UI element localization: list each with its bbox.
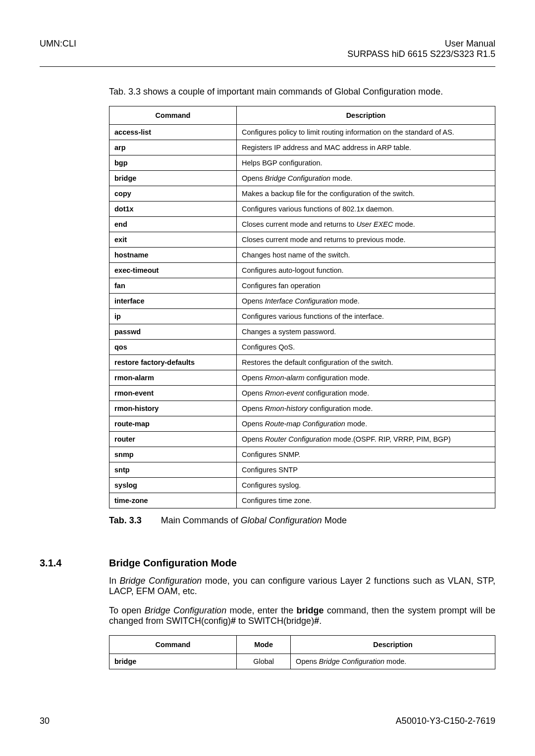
desc-cell: Configures various functions of 802.1x d… xyxy=(237,202,495,217)
desc-cell: Opens Bridge Configuration mode. xyxy=(237,171,495,186)
table-row: copyMakes a backup file for the configur… xyxy=(109,186,495,202)
desc-cell: Configures SNTP xyxy=(237,462,495,478)
p1-pre: In xyxy=(109,576,120,586)
mode-cell: Global xyxy=(237,654,291,669)
table-row: bridgeGlobalOpens Bridge Configuration m… xyxy=(109,654,495,669)
caption-text-post: Mode xyxy=(322,515,347,525)
desc-cell: Closes current mode and returns to User … xyxy=(237,217,495,232)
table-row: snmpConfigures SNMP. xyxy=(109,447,495,462)
p2-em: Bridge Configuration xyxy=(145,605,226,615)
desc-cell: Changes host name of the switch. xyxy=(237,248,495,263)
table-row: passwdChanges a system password. xyxy=(109,324,495,340)
cmd-cell: rmon-event xyxy=(109,386,237,401)
table-row: rmon-eventOpens Rmon-event configuration… xyxy=(109,386,495,401)
table-row: restore factory-defaultsRestores the def… xyxy=(109,355,495,370)
table-row: route-mapOpens Route-map Configuration m… xyxy=(109,416,495,432)
table-row: qosConfigures QoS. xyxy=(109,340,495,355)
table-row: fanConfigures fan operation xyxy=(109,278,495,294)
header-left: UMN:CLI xyxy=(40,39,76,59)
p2-mid: mode, enter the xyxy=(226,605,296,615)
desc-cell: Configures various functions of the inte… xyxy=(237,309,495,324)
cmd-cell: qos xyxy=(109,340,237,355)
table-row: ipConfigures various functions of the in… xyxy=(109,309,495,324)
cmd-cell: bridge xyxy=(109,654,237,669)
p2-post2: to SWITCH(bridge) xyxy=(236,616,314,626)
cmd-cell: restore factory-defaults xyxy=(109,355,237,370)
header-divider xyxy=(40,66,495,67)
p2-b2: # xyxy=(231,616,236,626)
section-heading: 3.1.4 Bridge Configuration Mode xyxy=(109,557,495,569)
desc-cell: Configures QoS. xyxy=(237,340,495,355)
desc-cell: Configures SNMP. xyxy=(237,447,495,462)
table-row: rmon-historyOpens Rmon-history configura… xyxy=(109,401,495,416)
cmd-cell: rmon-alarm xyxy=(109,370,237,386)
desc-cell: Opens Rmon-alarm configuration mode. xyxy=(237,370,495,386)
desc-cell: Opens Rmon-history configuration mode. xyxy=(237,401,495,416)
cmd-cell: route-map xyxy=(109,416,237,432)
bridge-command-table: Command Mode Description bridgeGlobalOpe… xyxy=(109,635,495,669)
cmd-cell: sntp xyxy=(109,462,237,478)
cmd-cell: dot1x xyxy=(109,202,237,217)
header-right-line1: User Manual xyxy=(347,39,495,49)
doc-id: A50010-Y3-C150-2-7619 xyxy=(396,716,495,726)
desc-cell: Helps BGP configuration. xyxy=(237,155,495,171)
table-row: access-listConfigures policy to limit ro… xyxy=(109,125,495,140)
page-footer: 30 A50010-Y3-C150-2-7619 xyxy=(40,716,495,726)
cmd-cell: router xyxy=(109,432,237,447)
cmd-cell: access-list xyxy=(109,125,237,140)
table-row: rmon-alarmOpens Rmon-alarm configuration… xyxy=(109,370,495,386)
desc-cell: Opens Interface Configuration mode. xyxy=(237,294,495,309)
header-right-line2: SURPASS hiD 6615 S223/S323 R1.5 xyxy=(347,49,495,59)
cmd-cell: interface xyxy=(109,294,237,309)
table-row: interfaceOpens Interface Configuration m… xyxy=(109,294,495,309)
cmd-cell: exit xyxy=(109,232,237,248)
table-row: bgpHelps BGP configuration. xyxy=(109,155,495,171)
table-row: endCloses current mode and returns to Us… xyxy=(109,217,495,232)
para-2: To open Bridge Configuration mode, enter… xyxy=(109,605,495,626)
cmd-cell: bgp xyxy=(109,155,237,171)
section-title-text: Bridge Configuration Mode xyxy=(109,557,237,569)
cmd-cell: passwd xyxy=(109,324,237,340)
col2-command: Command xyxy=(109,636,237,654)
cmd-cell: ip xyxy=(109,309,237,324)
global-commands-table: Command Description access-listConfigure… xyxy=(109,106,495,508)
cmd-cell: time-zone xyxy=(109,493,237,508)
cmd-cell: snmp xyxy=(109,447,237,462)
desc-cell: Opens Route-map Configuration mode. xyxy=(237,416,495,432)
desc-cell: Configures time zone. xyxy=(237,493,495,508)
cmd-cell: arp xyxy=(109,140,237,155)
section-number: 3.1.4 xyxy=(40,557,109,569)
col2-description: Description xyxy=(291,636,495,654)
table-row: arpRegisters IP address and MAC address … xyxy=(109,140,495,155)
desc-cell: Configures auto-logout function. xyxy=(237,263,495,278)
p1-em: Bridge Configuration xyxy=(120,576,202,586)
cmd-cell: bridge xyxy=(109,171,237,186)
desc-cell: Makes a backup file for the configuratio… xyxy=(237,186,495,202)
desc-cell: Configures fan operation xyxy=(237,278,495,294)
table-row: hostnameChanges host name of the switch. xyxy=(109,248,495,263)
table-row: exitCloses current mode and returns to p… xyxy=(109,232,495,248)
table-row: dot1xConfigures various functions of 802… xyxy=(109,202,495,217)
col2-mode: Mode xyxy=(237,636,291,654)
table-row: routerOpens Router Configuration mode.(O… xyxy=(109,432,495,447)
caption-text-pre: Main Commands of xyxy=(161,515,241,525)
col-description: Description xyxy=(237,106,495,125)
cmd-cell: hostname xyxy=(109,248,237,263)
cmd-cell: syslog xyxy=(109,478,237,493)
para-1: In Bridge Configuration mode, you can co… xyxy=(109,576,495,597)
table-row: syslogConfigures syslog. xyxy=(109,478,495,493)
table-row: time-zoneConfigures time zone. xyxy=(109,493,495,508)
desc-cell: Changes a system password. xyxy=(237,324,495,340)
desc-cell: Opens Router Configuration mode.(OSPF. R… xyxy=(237,432,495,447)
table-row: bridgeOpens Bridge Configuration mode. xyxy=(109,171,495,186)
cmd-cell: end xyxy=(109,217,237,232)
cmd-cell: rmon-history xyxy=(109,401,237,416)
desc-cell: Opens Bridge Configuration mode. xyxy=(291,654,495,669)
page-number: 30 xyxy=(40,716,50,726)
p2-bold: bridge xyxy=(297,605,324,615)
col-command: Command xyxy=(109,106,237,125)
cmd-cell: copy xyxy=(109,186,237,202)
p2-pre: To open xyxy=(109,605,145,615)
page-header: UMN:CLI User Manual SURPASS hiD 6615 S22… xyxy=(40,39,495,59)
caption-label: Tab. 3.3 xyxy=(109,515,142,525)
